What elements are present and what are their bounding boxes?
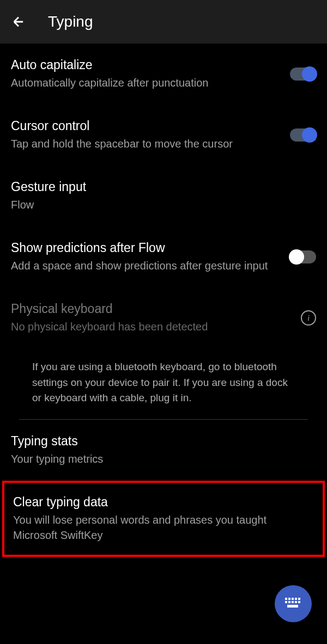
setting-text: Auto capitalize Automatically capitalize…: [11, 58, 290, 90]
setting-subtitle: No physical keyboard has been detected: [11, 319, 290, 334]
setting-title: Auto capitalize: [11, 58, 279, 72]
setting-subtitle: Add a space and show predictions after g…: [11, 258, 279, 273]
app-header: Typing: [0, 0, 327, 44]
setting-title: Typing stats: [11, 434, 305, 449]
svg-rect-10: [287, 605, 298, 608]
setting-title: Cursor control: [11, 119, 279, 133]
setting-subtitle: Your typing metrics: [11, 451, 305, 467]
back-button[interactable]: [11, 14, 26, 29]
keyboard-icon: [285, 598, 301, 610]
setting-text: Clear typing data You will lose personal…: [13, 495, 314, 543]
svg-rect-5: [285, 601, 287, 603]
setting-show-predictions[interactable]: Show predictions after Flow Add a space …: [11, 226, 316, 287]
setting-title: Gesture input: [11, 180, 305, 194]
settings-list: Auto capitalize Automatically capitalize…: [0, 44, 327, 557]
setting-physical-keyboard: Physical keyboard No physical keyboard h…: [11, 287, 316, 348]
setting-text: Gesture input Flow: [11, 180, 316, 212]
setting-title: Show predictions after Flow: [11, 241, 279, 255]
physical-keyboard-help: If you are using a bluetooth keyboard, g…: [19, 348, 308, 420]
setting-text: Physical keyboard No physical keyboard h…: [11, 302, 301, 334]
svg-rect-0: [285, 598, 287, 600]
setting-subtitle: Tap and hold the spacebar to move the cu…: [11, 136, 279, 151]
info-icon[interactable]: i: [301, 310, 316, 326]
svg-rect-7: [292, 601, 294, 603]
keyboard-fab-button[interactable]: [275, 585, 312, 622]
svg-rect-8: [295, 601, 297, 603]
svg-rect-3: [295, 598, 297, 600]
setting-text: Show predictions after Flow Add a space …: [11, 241, 290, 273]
setting-subtitle: Automatically capitalize after punctuati…: [11, 75, 279, 90]
page-title: Typing: [48, 13, 93, 30]
svg-rect-6: [288, 601, 290, 603]
setting-title: Physical keyboard: [11, 302, 290, 316]
toggle-cursor-control[interactable]: [290, 128, 316, 142]
setting-cursor-control[interactable]: Cursor control Tap and hold the spacebar…: [11, 105, 316, 165]
setting-subtitle: Flow: [11, 197, 305, 212]
setting-text: Typing stats Your typing metrics: [11, 434, 316, 467]
setting-gesture-input[interactable]: Gesture input Flow: [11, 165, 316, 226]
toggle-show-predictions[interactable]: [290, 250, 316, 263]
svg-rect-4: [298, 598, 300, 600]
setting-text: Cursor control Tap and hold the spacebar…: [11, 119, 290, 151]
setting-subtitle: You will lose personal words and phrases…: [13, 512, 303, 543]
svg-rect-1: [288, 598, 290, 600]
svg-rect-9: [298, 601, 300, 603]
toggle-auto-capitalize[interactable]: [290, 68, 316, 81]
setting-title: Clear typing data: [13, 495, 303, 510]
svg-rect-2: [292, 598, 294, 600]
setting-clear-typing-data[interactable]: Clear typing data You will lose personal…: [2, 481, 325, 557]
setting-typing-stats[interactable]: Typing stats Your typing metrics: [11, 420, 316, 481]
setting-auto-capitalize[interactable]: Auto capitalize Automatically capitalize…: [11, 44, 316, 105]
